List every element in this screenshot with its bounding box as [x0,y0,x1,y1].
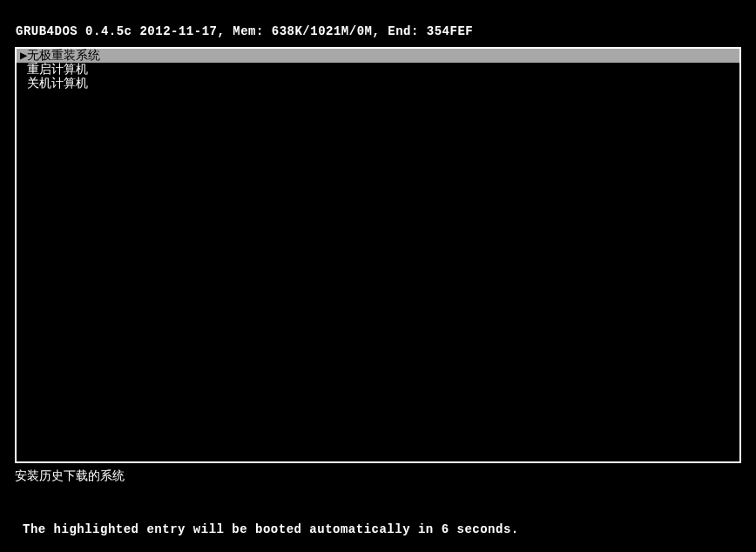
menu-item-label: 无极重装系统 [27,49,100,63]
countdown-message: The highlighted entry will be booted aut… [23,522,519,536]
boot-header: GRUB4DOS 0.4.5c 2012-11-17, Mem: 638K/10… [0,0,756,38]
selection-marker-icon: ▶ [20,49,27,63]
menu-description: 安装历史下载的系统 [0,463,756,484]
boot-menu: ▶ 无极重装系统 重启计算机 关机计算机 [15,47,741,463]
menu-item-reboot[interactable]: 重启计算机 [17,63,739,77]
menu-item-label: 重启计算机 [27,63,88,77]
menu-item-reinstall[interactable]: ▶ 无极重装系统 [17,49,739,63]
menu-item-label: 关机计算机 [27,77,88,91]
menu-item-shutdown[interactable]: 关机计算机 [17,77,739,91]
